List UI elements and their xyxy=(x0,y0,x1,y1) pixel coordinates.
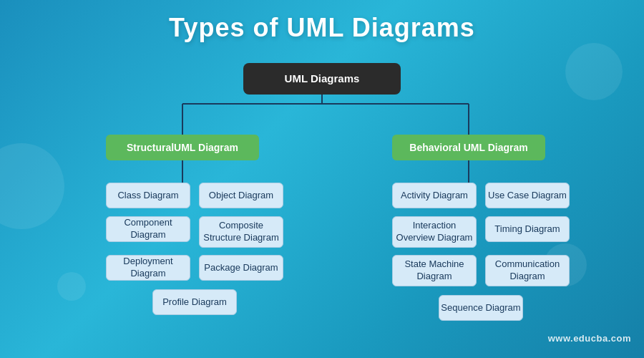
structural-node: StructuralUML Diagram xyxy=(106,135,259,160)
package-diagram: Package Diagram xyxy=(199,255,283,281)
watermark: www.educba.com xyxy=(548,333,631,344)
object-diagram: Object Diagram xyxy=(199,183,283,208)
profile-diagram: Profile Diagram xyxy=(152,289,237,315)
component-diagram: Component Diagram xyxy=(106,216,190,242)
use-case-diagram: Use Case Diagram xyxy=(485,183,570,208)
sequence-diagram: Sequence Diagram xyxy=(439,295,523,321)
root-node: UML Diagrams xyxy=(243,63,401,95)
timing-diagram: Timing Diagram xyxy=(485,216,570,242)
deployment-diagram: Deployment Diagram xyxy=(106,255,190,281)
activity-diagram: Activity Diagram xyxy=(392,183,477,208)
communication-diagram: Communication Diagram xyxy=(485,255,570,286)
class-diagram: Class Diagram xyxy=(106,183,190,208)
diagram-area: UML Diagrams StructuralUML Diagram Behav… xyxy=(0,50,644,351)
state-machine-diagram: State Machine Diagram xyxy=(392,255,477,286)
interaction-overview-diagram: Interaction Overview Diagram xyxy=(392,216,477,248)
page-title: Types of UML Diagrams xyxy=(0,0,644,50)
composite-structure-diagram: Composite Structure Diagram xyxy=(199,216,283,248)
behavioral-node: Behavioral UML Diagram xyxy=(392,135,545,160)
